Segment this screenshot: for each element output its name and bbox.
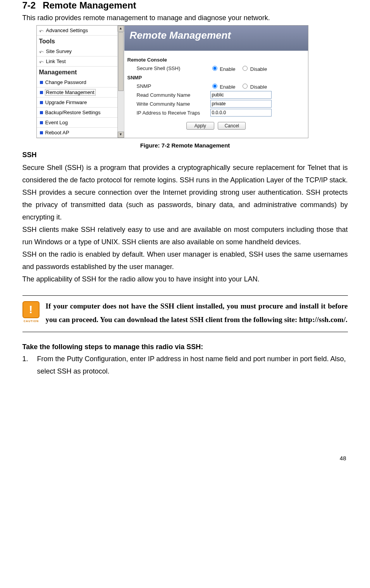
cancel-button[interactable]: Cancel <box>218 122 246 130</box>
sidebar-item-remote-management[interactable]: Remote Management <box>37 87 118 98</box>
scroll-up-icon[interactable]: ▲ <box>118 26 124 32</box>
ssh-heading: SSH <box>22 151 348 159</box>
sidebar-item-site-survey[interactable]: Site Survey <box>37 46 118 57</box>
square-icon <box>40 111 43 114</box>
ssh-paragraph-4: The applicability of SSH for the radio a… <box>22 273 348 285</box>
section-number: 7-2 <box>22 0 36 11</box>
input-write-community[interactable] <box>210 100 272 108</box>
wifi-icon <box>40 50 44 53</box>
caution-box: ! CAUTION If your computer does not have… <box>22 295 348 332</box>
input-trap-ip[interactable] <box>210 109 272 117</box>
input-read-community[interactable] <box>210 91 272 99</box>
wifi-icon <box>40 60 44 63</box>
scrollbar[interactable]: ▲ ▼ <box>117 26 124 138</box>
section-remote-console: Remote Console <box>127 55 305 63</box>
label-ssh: Secure Shell (SSH) <box>127 65 210 71</box>
square-icon <box>40 81 43 84</box>
section-title: Remote Management <box>43 0 136 10</box>
ssh-paragraph-1: Secure Shell (SSH) is a program that pro… <box>22 161 348 223</box>
screenshot-figure: Advanced Settings Tools Site Survey Link… <box>36 25 308 138</box>
label-read-community: Read Community Name <box>127 92 210 98</box>
square-icon <box>40 131 43 134</box>
label-snmp: SNMP <box>127 83 210 89</box>
label-trap-ip: IP Address to Receive Traps <box>127 110 210 116</box>
steps-heading: Take the following steps to manage this … <box>22 343 348 351</box>
scroll-thumb[interactable] <box>118 32 124 91</box>
sidebar-item-upgrade-firmware[interactable]: Upgrade Firmware <box>37 98 118 108</box>
radio-snmp-enable[interactable]: Enable <box>210 84 236 90</box>
radio-ssh-disable[interactable]: Disable <box>241 66 267 72</box>
label-write-community: Write Community Name <box>127 101 210 107</box>
apply-button[interactable]: Apply <box>186 122 214 130</box>
sidebar-item-reboot-ap[interactable]: Reboot AP <box>37 128 118 138</box>
nav-sidebar: Advanced Settings Tools Site Survey Link… <box>37 26 124 138</box>
caution-text: If your computer does not have the SSH c… <box>46 300 348 326</box>
step-1-text: From the Putty Configuration, enter IP a… <box>37 353 348 377</box>
step-1: 1. From the Putty Configuration, enter I… <box>22 353 348 377</box>
step-1-number: 1. <box>22 353 30 377</box>
sidebar-group-management: Management <box>37 67 118 77</box>
ssh-paragraph-2: SSH clients make SSH relatively easy to … <box>22 223 348 248</box>
main-panel: Remote Management Remote Console Secure … <box>124 26 308 138</box>
page-banner: Remote Management <box>124 26 308 51</box>
caution-icon: ! CAUTION <box>22 301 40 319</box>
sidebar-item-event-log[interactable]: Event Log <box>37 118 118 128</box>
section-snmp: SNMP <box>127 73 305 81</box>
radio-snmp-disable[interactable]: Disable <box>241 84 267 90</box>
square-icon <box>40 91 43 94</box>
sidebar-item-link-test[interactable]: Link Test <box>37 57 118 67</box>
square-icon <box>40 101 43 104</box>
intro-text: This radio provides remote management to… <box>22 14 348 22</box>
page-number: 48 <box>22 455 348 461</box>
sidebar-group-tools: Tools <box>37 36 118 46</box>
sidebar-item-advanced[interactable]: Advanced Settings <box>37 26 118 36</box>
section-heading: 7-2Remote Management <box>22 0 348 11</box>
radio-ssh-enable[interactable]: Enable <box>210 66 236 72</box>
wifi-icon <box>40 29 44 33</box>
ssh-paragraph-3: SSH on the radio is enabled by default. … <box>22 248 348 273</box>
sidebar-item-backup-restore[interactable]: Backup/Restore Settings <box>37 108 118 118</box>
scroll-down-icon[interactable]: ▼ <box>118 132 124 138</box>
square-icon <box>40 121 43 124</box>
figure-caption: Figure: 7-2 Remote Management <box>22 142 348 149</box>
sidebar-item-change-password[interactable]: Change Password <box>37 77 118 87</box>
